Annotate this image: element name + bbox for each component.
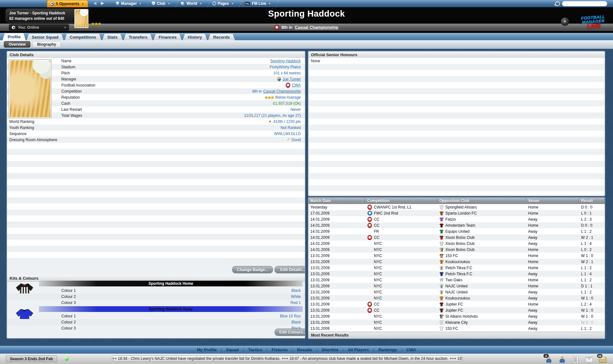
manager-icon[interactable] <box>559 356 566 363</box>
cwa-competition-icon <box>367 205 372 210</box>
quick-link-tactics[interactable]: Tactics <box>244 347 266 352</box>
detail-row-last-restart: Last RestartNever <box>7 106 305 112</box>
match-result-row[interactable]: 13.01.2009NYCPetch-Tikva F.CHomeL 1 : 2 <box>308 265 605 271</box>
quick-link-squad[interactable]: Squad <box>222 347 243 352</box>
result-cell: L 0 : 1 <box>579 211 605 216</box>
detail-value-pitch: 101 x 64 metres <box>273 71 301 75</box>
column-header-opposition-club[interactable]: Opposition Club <box>437 198 526 204</box>
opposition-club-name: Koukouroukou <box>445 260 470 264</box>
tab-competitions[interactable]: Competitions <box>64 34 101 40</box>
detail-link[interactable]: CWA <box>292 83 301 87</box>
edit-details-button[interactable]: Edit Details... <box>275 266 305 273</box>
column-header-competition[interactable]: Competition <box>365 198 437 204</box>
menu-item-manager[interactable]: Manager▼ <box>112 0 148 7</box>
header-dropdown-button[interactable]: ▼ <box>561 17 569 26</box>
competition-cell: CC <box>365 308 437 313</box>
match-result-row[interactable]: 13.01.2009CCJupiter FCHomeL 2 : 4 <box>308 301 605 307</box>
menu-item-club[interactable]: Club▼ <box>148 0 177 7</box>
menu-item-fm-live[interactable]: FMLFM Live▼ <box>241 0 278 7</box>
honours-none-label: None <box>308 58 605 64</box>
opposition-club-name: Sparta London FC <box>445 211 477 216</box>
menu-item-pages[interactable]: Pages▼ <box>209 0 241 7</box>
competition-cell: NYC <box>365 278 437 282</box>
match-result-row[interactable]: YesterdayCWANPC 1st Rnd, L1Springfield A… <box>308 204 605 210</box>
column-header-venue[interactable]: Venue <box>526 198 579 204</box>
detail-row-cash: Cash£1,937,518 (Ok) <box>7 100 305 106</box>
kit-colour-value: White <box>291 294 301 299</box>
detail-text: £103,217 (21 players, Av age 27) <box>244 113 301 118</box>
match-result-row[interactable]: 14.01.2009CCXixon Bolos ClubAwayW 2 : 1 <box>308 234 605 240</box>
column-header-result[interactable]: Result <box>579 198 605 204</box>
subtab-overview[interactable]: Overview <box>4 41 30 48</box>
match-result-row[interactable]: 13.01.2009NYCPetch-Tikva F.CAwayL 1 : 4 <box>308 271 605 277</box>
kit-shirt-icon <box>439 290 444 294</box>
match-result-row[interactable]: 14.01.2009CCAmsterdam TeamHomeD 0 : 0 <box>308 222 605 228</box>
quick-link-shortlist[interactable]: Shortlist <box>317 347 343 352</box>
detail-link[interactable]: Joe Turner <box>283 77 301 81</box>
tab-history[interactable]: History <box>183 34 207 40</box>
match-result-row[interactable]: 13.01.2009CCJupiter FCAwayW 1 : 0 <box>308 307 605 313</box>
match-result-row[interactable]: 13.01.2009NYCKleivane CityAwayW 3 : 0 <box>308 319 605 325</box>
tab-finances[interactable]: Finances <box>154 34 182 40</box>
subtab-biography[interactable]: Biography <box>32 41 61 48</box>
online-status-dropdown[interactable]: You: Online ▼ <box>9 24 69 31</box>
league-link[interactable]: Casual Championship <box>295 25 338 30</box>
search-input[interactable] <box>562 1 607 6</box>
competition-cell: FR <box>365 229 437 234</box>
inbox-icon[interactable]: 29 <box>599 356 606 363</box>
season-status-button[interactable]: Season 3 Ends 2nd Feb <box>6 355 57 362</box>
detail-link[interactable]: Sporting Haddock <box>270 59 301 63</box>
tab-senior-squad[interactable]: Senior Squad <box>26 34 64 40</box>
match-result-row[interactable]: 13.01.2009NYCKoukouroukouAwayW 1 : 0 <box>308 295 605 301</box>
match-result-row[interactable]: 14.01.2009FREquipo UnitedAwayL 1 : 2 <box>308 228 605 234</box>
tab-transfers[interactable]: Transfers <box>124 34 153 40</box>
quick-link-rankings[interactable]: Rankings <box>374 347 401 352</box>
back-arrow-icon[interactable]: ◀ <box>93 1 96 5</box>
detail-row-stadium: StadiumFishyWishy Plaice <box>7 64 305 70</box>
quick-link-fixtures[interactable]: Fixtures <box>268 347 292 352</box>
notes-icon[interactable] <box>572 356 579 363</box>
match-result-row[interactable]: 13.01.2009NYCNAJC UnitedAwayL 1 : 2 <box>308 289 605 295</box>
quick-link-results[interactable]: Results <box>293 347 316 352</box>
competition-name: NYC <box>374 314 382 319</box>
forward-arrow-icon[interactable]: ▶ <box>101 1 104 5</box>
detail-link[interactable]: Casual Championship <box>263 89 301 94</box>
result-cell: W 2 : 1 <box>579 260 605 264</box>
match-result-row[interactable]: 13.01.2009NYCTwo OaksHomeL 1 : 2 <box>308 277 605 283</box>
quick-link-my-profile[interactable]: My Profile <box>193 347 221 352</box>
result-cell: L 2 : 4 <box>579 302 605 307</box>
match-result-row[interactable]: 13.01.2009NYC153 FCAwayL 1 : 2 <box>308 325 605 331</box>
match-result-row[interactable]: 13.01.2009NYCNAJC UnitedHomeD 1 : 1 <box>308 283 605 289</box>
detail-row-football-association: Football AssociationCWA <box>7 82 305 88</box>
column-header-match-date[interactable]: Match Date <box>308 198 365 204</box>
match-result-row[interactable]: 13.01.2009NYCSt Albans HotshotsAwayW 1 :… <box>308 313 605 319</box>
match-result-row[interactable]: 14.01.2009CCFatzioAwayL 2 : 3 <box>308 216 605 222</box>
tab-stats[interactable]: Stats <box>102 34 123 40</box>
person-icon <box>116 2 119 5</box>
kit-shirt-icon <box>439 272 444 276</box>
opponents-menu[interactable]: 5 Opponents ▼ <box>47 0 88 7</box>
competition-name: NYC <box>374 241 382 246</box>
kit-row-colour-3: Colour 3Red 1 <box>7 300 305 306</box>
match-result-row[interactable]: 13.01.2009NYC153 FCHomeW 1 : 0 <box>308 253 605 259</box>
menu-item-world[interactable]: World▼ <box>177 0 209 7</box>
quick-link-all-players[interactable]: All Players <box>344 347 373 352</box>
cwa-competition-icon <box>367 308 372 313</box>
match-result-row[interactable]: 13.01.2009NYCKoukouroukouHomeW 2 : 1 <box>308 259 605 265</box>
tab-records[interactable]: Records <box>208 34 235 40</box>
result-cell: D 0 : 0 <box>579 223 605 228</box>
quick-link-cwa[interactable]: CWA <box>402 347 420 352</box>
edit-colours-button[interactable]: Edit Colours... <box>275 329 305 336</box>
tab-profile[interactable]: Profile <box>3 33 26 40</box>
change-badge-button[interactable]: Change Badge... <box>232 266 273 273</box>
venue-cell: Home <box>526 211 579 216</box>
competition-cell: NYC <box>365 284 437 288</box>
result-cell: W 1 : 0 <box>579 314 605 319</box>
menu-label: Pages <box>218 1 229 6</box>
match-result-row[interactable]: 17.01.2009FWC 2nd RndSparta London FCHom… <box>308 210 605 216</box>
friends-icon[interactable]: 2 <box>545 356 552 363</box>
mail-icon[interactable] <box>586 356 593 363</box>
match-result-row[interactable]: 14.01.2009NYCXixon Bolos ClubHomeL 0 : 2 <box>308 246 605 253</box>
match-result-row[interactable]: 14.01.2009NYCXixon Bolos ClubAwayL 1 : 4 <box>308 240 605 246</box>
result-cell: L 0 : 2 <box>579 247 605 252</box>
